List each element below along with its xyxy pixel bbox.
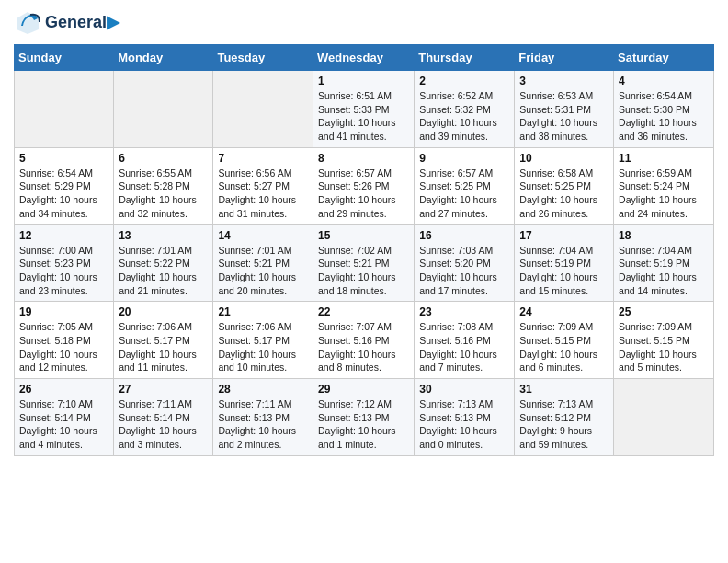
day-info: Sunrise: 7:06 AMSunset: 5:17 PMDaylight:… [218,320,308,374]
day-info: Sunrise: 6:57 AMSunset: 5:26 PMDaylight:… [318,167,409,221]
calendar-cell: 31Sunrise: 7:13 AMSunset: 5:12 PMDayligh… [515,379,614,456]
calendar-cell: 24Sunrise: 7:09 AMSunset: 5:15 PMDayligh… [515,302,614,379]
calendar-cell [213,71,313,148]
day-info: Sunrise: 7:02 AMSunset: 5:21 PMDaylight:… [318,244,409,298]
day-info: Sunrise: 7:06 AMSunset: 5:17 PMDaylight:… [119,320,208,374]
calendar-cell: 16Sunrise: 7:03 AMSunset: 5:20 PMDayligh… [415,224,515,302]
calendar-week-row: 5Sunrise: 6:54 AMSunset: 5:29 PMDaylight… [15,147,714,224]
day-info: Sunrise: 7:03 AMSunset: 5:20 PMDaylight:… [419,244,509,298]
day-info: Sunrise: 7:01 AMSunset: 5:21 PMDaylight:… [218,244,308,298]
day-info: Sunrise: 6:58 AMSunset: 5:25 PMDaylight:… [519,167,609,221]
day-number: 18 [619,229,709,242]
calendar-cell: 3Sunrise: 6:53 AMSunset: 5:31 PMDaylight… [515,71,614,148]
day-info: Sunrise: 7:13 AMSunset: 5:12 PMDaylight:… [519,397,609,452]
day-info: Sunrise: 6:56 AMSunset: 5:27 PMDaylight:… [218,167,308,221]
day-info: Sunrise: 7:12 AMSunset: 5:13 PMDaylight:… [318,397,409,452]
day-header-friday: Friday [515,45,614,71]
calendar-cell [114,71,213,148]
logo-text-line1: General▶ [45,14,119,32]
calendar-week-row: 19Sunrise: 7:05 AMSunset: 5:18 PMDayligh… [15,302,714,379]
day-info: Sunrise: 7:00 AMSunset: 5:23 PMDaylight:… [19,244,108,298]
day-header-wednesday: Wednesday [313,45,414,71]
day-info: Sunrise: 6:51 AMSunset: 5:33 PMDaylight:… [318,89,409,144]
calendar-cell [15,71,114,148]
day-info: Sunrise: 6:55 AMSunset: 5:28 PMDaylight:… [119,167,208,221]
day-info: Sunrise: 6:53 AMSunset: 5:31 PMDaylight:… [519,89,609,144]
calendar-cell: 6Sunrise: 6:55 AMSunset: 5:28 PMDaylight… [114,147,213,224]
calendar-cell: 26Sunrise: 7:10 AMSunset: 5:14 PMDayligh… [15,379,114,456]
day-header-thursday: Thursday [415,45,515,71]
day-header-tuesday: Tuesday [213,45,313,71]
calendar-cell: 28Sunrise: 7:11 AMSunset: 5:13 PMDayligh… [213,379,313,456]
day-number: 28 [218,383,308,396]
calendar-cell: 30Sunrise: 7:13 AMSunset: 5:13 PMDayligh… [415,379,515,456]
day-number: 26 [19,383,108,396]
calendar-cell: 12Sunrise: 7:00 AMSunset: 5:23 PMDayligh… [15,224,114,302]
day-info: Sunrise: 6:57 AMSunset: 5:25 PMDaylight:… [419,167,509,221]
calendar-cell [614,379,714,456]
day-number: 17 [519,229,609,242]
day-info: Sunrise: 7:05 AMSunset: 5:18 PMDaylight:… [19,320,108,374]
day-number: 13 [119,229,208,242]
day-info: Sunrise: 7:01 AMSunset: 5:22 PMDaylight:… [119,244,208,298]
day-info: Sunrise: 7:09 AMSunset: 5:15 PMDaylight:… [519,320,609,374]
day-number: 19 [19,305,108,318]
calendar-cell: 14Sunrise: 7:01 AMSunset: 5:21 PMDayligh… [213,224,313,302]
day-number: 25 [619,305,709,318]
calendar-table: SundayMondayTuesdayWednesdayThursdayFrid… [14,44,714,456]
calendar-cell: 17Sunrise: 7:04 AMSunset: 5:19 PMDayligh… [515,224,614,302]
day-info: Sunrise: 7:04 AMSunset: 5:19 PMDaylight:… [519,244,609,298]
calendar-cell: 27Sunrise: 7:11 AMSunset: 5:14 PMDayligh… [114,379,213,456]
day-header-saturday: Saturday [614,45,714,71]
day-number: 1 [318,75,409,87]
calendar-week-row: 26Sunrise: 7:10 AMSunset: 5:14 PMDayligh… [15,379,714,456]
day-header-monday: Monday [114,45,213,71]
day-number: 20 [119,305,208,318]
day-number: 24 [519,305,609,318]
day-info: Sunrise: 7:11 AMSunset: 5:13 PMDaylight:… [218,397,308,452]
day-number: 12 [19,229,108,242]
day-info: Sunrise: 6:59 AMSunset: 5:24 PMDaylight:… [619,167,709,221]
day-info: Sunrise: 7:10 AMSunset: 5:14 PMDaylight:… [19,397,108,452]
calendar-cell: 22Sunrise: 7:07 AMSunset: 5:16 PMDayligh… [313,302,414,379]
calendar-cell: 8Sunrise: 6:57 AMSunset: 5:26 PMDaylight… [313,147,414,224]
calendar-cell: 7Sunrise: 6:56 AMSunset: 5:27 PMDaylight… [213,147,313,224]
day-number: 4 [619,75,709,87]
page-header: General▶ [14,9,714,37]
day-number: 14 [218,229,308,242]
logo: General▶ [14,9,119,37]
day-number: 16 [419,229,509,242]
day-info: Sunrise: 7:13 AMSunset: 5:13 PMDaylight:… [419,397,509,452]
day-info: Sunrise: 6:54 AMSunset: 5:30 PMDaylight:… [619,89,709,144]
calendar-week-row: 12Sunrise: 7:00 AMSunset: 5:23 PMDayligh… [15,224,714,302]
calendar-cell: 4Sunrise: 6:54 AMSunset: 5:30 PMDaylight… [614,71,714,148]
calendar-week-row: 1Sunrise: 6:51 AMSunset: 5:33 PMDaylight… [15,71,714,148]
day-header-sunday: Sunday [15,45,114,71]
calendar-cell: 15Sunrise: 7:02 AMSunset: 5:21 PMDayligh… [313,224,414,302]
day-number: 22 [318,305,409,318]
day-number: 8 [318,152,409,165]
calendar-cell: 21Sunrise: 7:06 AMSunset: 5:17 PMDayligh… [213,302,313,379]
day-number: 2 [419,75,509,87]
calendar-cell: 18Sunrise: 7:04 AMSunset: 5:19 PMDayligh… [614,224,714,302]
day-info: Sunrise: 6:54 AMSunset: 5:29 PMDaylight:… [19,167,108,221]
day-number: 21 [218,305,308,318]
calendar-cell: 23Sunrise: 7:08 AMSunset: 5:16 PMDayligh… [415,302,515,379]
day-number: 10 [519,152,609,165]
day-number: 31 [519,383,609,396]
day-number: 9 [419,152,509,165]
day-number: 29 [318,383,409,396]
day-number: 27 [119,383,208,396]
calendar-cell: 10Sunrise: 6:58 AMSunset: 5:25 PMDayligh… [515,147,614,224]
calendar-header-row: SundayMondayTuesdayWednesdayThursdayFrid… [15,45,714,71]
calendar-cell: 2Sunrise: 6:52 AMSunset: 5:32 PMDaylight… [415,71,515,148]
calendar-cell: 11Sunrise: 6:59 AMSunset: 5:24 PMDayligh… [614,147,714,224]
day-info: Sunrise: 7:08 AMSunset: 5:16 PMDaylight:… [419,320,509,374]
calendar-cell: 5Sunrise: 6:54 AMSunset: 5:29 PMDaylight… [15,147,114,224]
day-number: 30 [419,383,509,396]
calendar-cell: 25Sunrise: 7:09 AMSunset: 5:15 PMDayligh… [614,302,714,379]
day-info: Sunrise: 7:11 AMSunset: 5:14 PMDaylight:… [119,397,208,452]
day-number: 7 [218,152,308,165]
day-info: Sunrise: 6:52 AMSunset: 5:32 PMDaylight:… [419,89,509,144]
logo-icon [14,9,41,37]
